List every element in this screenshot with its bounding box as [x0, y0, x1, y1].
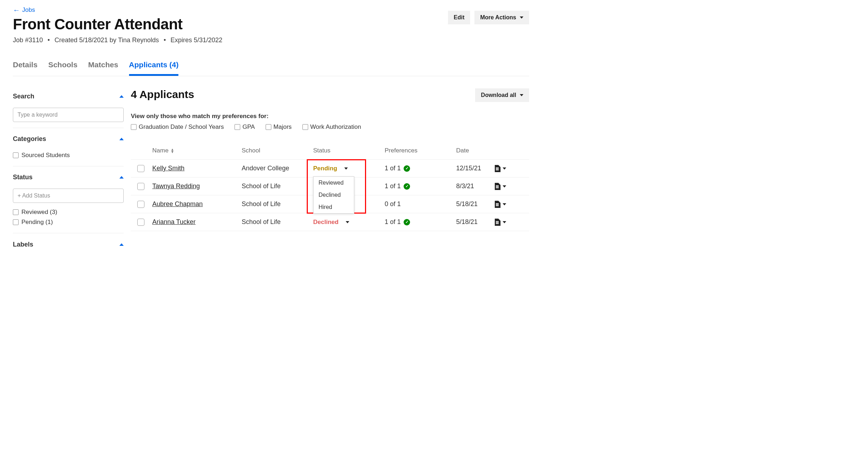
checkbox-icon — [13, 209, 19, 215]
meta-separator: • — [164, 36, 166, 44]
documents-menu-button[interactable] — [492, 183, 510, 190]
status-option[interactable]: Reviewed — [314, 177, 354, 189]
table-row: Kelly SmithAndover CollegePendingReviewe… — [131, 160, 529, 177]
school-cell: School of Life — [242, 218, 313, 226]
caret-down-icon — [520, 16, 523, 19]
row-checkbox[interactable] — [137, 201, 144, 208]
sidebar-labels-header[interactable]: Labels — [13, 236, 124, 253]
category-label: Sourced Students — [21, 152, 70, 159]
checkbox-icon — [235, 124, 240, 130]
column-name[interactable]: Name ▲▼ — [152, 147, 242, 154]
caret-down-icon — [503, 185, 506, 187]
date-cell: 5/18/21 — [456, 218, 492, 226]
date-cell: 8/3/21 — [456, 182, 492, 190]
caret-down-icon — [344, 167, 348, 170]
preferences-cell: 1 of 1✓ — [385, 218, 456, 226]
chevron-up-icon — [119, 176, 124, 179]
expires: Expires 5/31/2022 — [171, 36, 222, 44]
arrow-left-icon: ← — [13, 6, 20, 14]
documents-menu-button[interactable] — [492, 201, 510, 208]
pref-filter-label: Majors — [273, 123, 292, 131]
chevron-up-icon — [119, 95, 124, 98]
column-preferences: Preferences — [385, 147, 456, 154]
status-filter-reviewed[interactable]: Reviewed (3) — [13, 207, 124, 217]
back-label: Jobs — [22, 6, 35, 14]
date-cell: 5/18/21 — [456, 200, 492, 208]
checkbox-icon — [302, 124, 308, 130]
more-actions-button[interactable]: More Actions — [474, 11, 529, 24]
pref-filter-label: GPA — [242, 123, 255, 131]
column-school: School — [242, 147, 313, 154]
preferences-cell: 1 of 1✓ — [385, 165, 456, 172]
sort-icon: ▲▼ — [171, 148, 174, 153]
documents-menu-button[interactable] — [492, 165, 510, 172]
check-circle-icon: ✓ — [404, 183, 410, 190]
sidebar-categories-title: Categories — [13, 135, 46, 143]
sidebar-search-title: Search — [13, 93, 34, 100]
caret-down-icon — [346, 221, 349, 223]
column-status: Status — [313, 147, 385, 154]
applicant-name-link[interactable]: Tawnya Redding — [152, 182, 200, 190]
applicants-count-title: 4 Applicants — [131, 88, 194, 101]
status-option[interactable]: Hired — [314, 201, 354, 213]
row-checkbox[interactable] — [137, 183, 144, 190]
category-sourced-students[interactable]: Sourced Students — [13, 150, 124, 160]
status-filter-label: Reviewed (3) — [21, 209, 57, 216]
checkbox-icon — [13, 219, 19, 225]
sidebar-status-header[interactable]: Status — [13, 169, 124, 186]
date-cell: 12/15/21 — [456, 165, 492, 172]
document-icon — [495, 201, 500, 208]
applicant-name-link[interactable]: Arianna Tucker — [152, 218, 196, 225]
column-date: Date — [456, 147, 492, 154]
table-row: Arianna TuckerSchool of LifeDeclined1 of… — [131, 213, 529, 231]
pref-filter-gpa[interactable]: GPA — [235, 123, 255, 131]
checkbox-icon — [266, 124, 271, 130]
download-all-button[interactable]: Download all — [475, 88, 529, 102]
status-dropdown-trigger[interactable]: Declined — [313, 219, 385, 226]
back-to-jobs-link[interactable]: ← Jobs — [13, 6, 35, 14]
status-option[interactable]: Declined — [314, 189, 354, 201]
status-dropdown-menu: ReviewedDeclinedHired — [313, 176, 354, 214]
preferences-cell: 1 of 1✓ — [385, 182, 456, 190]
edit-button[interactable]: Edit — [448, 11, 470, 24]
documents-menu-button[interactable] — [492, 219, 510, 226]
check-circle-icon: ✓ — [404, 165, 410, 172]
row-checkbox[interactable] — [137, 219, 144, 226]
applicant-name-link[interactable]: Kelly Smith — [152, 165, 184, 172]
status-filter-pending[interactable]: Pending (1) — [13, 217, 124, 227]
created-by: Created 5/18/2021 by Tina Reynolds — [54, 36, 159, 44]
job-id: Job #3110 — [13, 36, 43, 44]
more-actions-label: More Actions — [480, 14, 516, 21]
column-name-label: Name — [152, 147, 168, 154]
sidebar-status-title: Status — [13, 174, 33, 181]
chevron-up-icon — [119, 138, 124, 140]
preferences-cell: 0 of 1 — [385, 200, 456, 208]
page-title: Front Counter Attendant — [13, 16, 222, 33]
add-status-input[interactable] — [13, 189, 124, 203]
status-dropdown-trigger[interactable]: PendingReviewedDeclinedHired — [313, 165, 385, 172]
row-checkbox[interactable] — [137, 165, 144, 172]
school-cell: School of Life — [242, 200, 313, 208]
caret-down-icon — [503, 221, 506, 223]
document-icon — [495, 219, 500, 226]
pref-filter-majors[interactable]: Majors — [266, 123, 292, 131]
tab-schools[interactable]: Schools — [48, 60, 78, 76]
pref-filter-grad-date[interactable]: Graduation Date / School Years — [131, 123, 224, 131]
download-all-label: Download all — [481, 92, 516, 98]
table-header-row: Name ▲▼ School Status Preferences Date — [131, 142, 529, 160]
tab-details[interactable]: Details — [13, 60, 38, 76]
search-input[interactable] — [13, 108, 124, 122]
caret-down-icon — [503, 203, 506, 205]
pref-filter-label: Graduation Date / School Years — [139, 123, 224, 131]
pref-filter-label: Work Authorization — [310, 123, 361, 131]
sidebar-search-header[interactable]: Search — [13, 88, 124, 105]
sidebar-categories-header[interactable]: Categories — [13, 131, 124, 147]
pref-filter-heading: View only those who match my preferences… — [131, 113, 529, 120]
checkbox-icon — [13, 152, 19, 158]
tab-applicants[interactable]: Applicants (4) — [129, 60, 179, 76]
pref-filter-work-auth[interactable]: Work Authorization — [302, 123, 361, 131]
document-icon — [495, 183, 500, 190]
applicant-name-link[interactable]: Aubree Chapman — [152, 200, 203, 208]
tab-matches[interactable]: Matches — [88, 60, 118, 76]
status-text: Declined — [313, 219, 339, 226]
